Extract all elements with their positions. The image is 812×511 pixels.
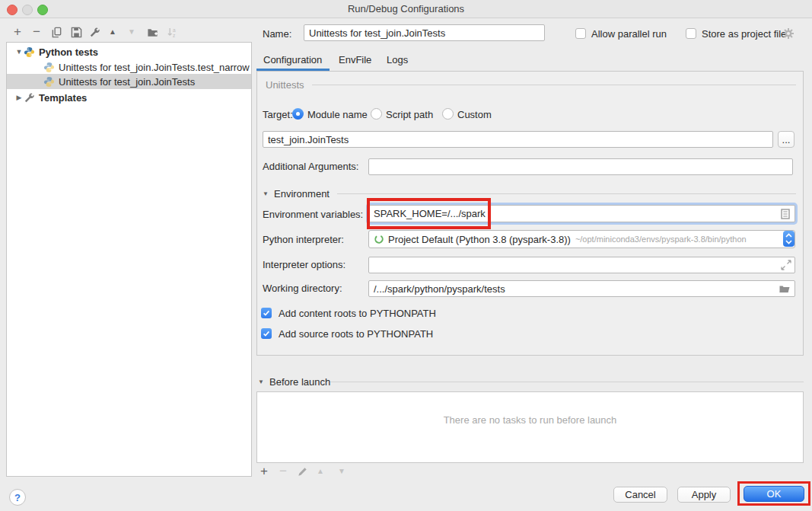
- before-launch-section-title: Before launch: [269, 376, 330, 388]
- add-content-roots-checkbox[interactable]: [261, 308, 272, 318]
- add-icon[interactable]: +: [11, 25, 24, 39]
- environment-section-title: Environment: [274, 188, 330, 200]
- tab-envfile[interactable]: EnvFile: [339, 54, 371, 65]
- interpreter-options-label: Interpreter options:: [263, 259, 345, 270]
- before-launch-task-list: There are no tasks to run before launch: [256, 391, 804, 463]
- store-as-project-file-checkbox[interactable]: [686, 28, 696, 39]
- move-up-icon: ▲: [314, 465, 327, 478]
- remove-icon: −: [276, 465, 290, 478]
- environment-variables-input[interactable]: [368, 205, 795, 222]
- apply-button[interactable]: Apply: [677, 487, 731, 503]
- target-custom-label: Custom: [457, 109, 492, 120]
- additional-arguments-label: Additional Arguments:: [263, 161, 358, 172]
- help-icon[interactable]: ?: [9, 489, 26, 506]
- sort-az-icon: az: [165, 25, 179, 39]
- python-interpreter-path: ~/opt/miniconda3/envs/pyspark-3.8/bin/py…: [575, 235, 747, 244]
- target-module-name-label: Module name: [307, 109, 368, 120]
- edit-templates-icon[interactable]: [88, 25, 101, 39]
- copy-icon[interactable]: [49, 25, 63, 39]
- pencil-icon: [295, 465, 309, 478]
- svg-text:z: z: [172, 32, 174, 37]
- tree-item-jointests-selected[interactable]: Unittests for test_join.JoinTests: [7, 74, 252, 89]
- tree-item-test-narrow[interactable]: Unittests for test_join.JoinTests.test_n…: [7, 59, 252, 75]
- group-divider: [312, 85, 796, 85]
- browse-button[interactable]: ...: [778, 131, 794, 148]
- working-directory-input[interactable]: [368, 280, 795, 297]
- store-as-project-file-label: Store as project file: [702, 28, 786, 40]
- stepper-icon[interactable]: [783, 231, 794, 247]
- before-launch-empty-message: There are no tasks to run before launch: [257, 414, 803, 426]
- python-interpreter-label: Python interpreter:: [263, 234, 344, 245]
- add-source-roots-label: Add source roots to PYTHONPATH: [279, 328, 433, 340]
- cancel-button[interactable]: Cancel: [613, 487, 667, 503]
- tree-item-label: Templates: [39, 92, 87, 104]
- add-content-roots-label: Add content roots to PYTHONPATH: [279, 308, 436, 319]
- name-input[interactable]: [304, 24, 545, 41]
- before-launch-divider: [330, 382, 804, 382]
- expand-icon[interactable]: [780, 259, 792, 271]
- tree-item-templates[interactable]: ▶ Templates: [7, 90, 251, 105]
- python-interpreter-value: Project Default (Python 3.8 (pyspark-3.8…: [388, 234, 571, 245]
- gear-icon[interactable]: [782, 27, 794, 40]
- remove-icon[interactable]: −: [30, 25, 43, 39]
- chevron-down-icon[interactable]: ▼: [263, 190, 269, 197]
- tree-item-label: Python tests: [39, 46, 98, 58]
- wrench-icon: [24, 92, 35, 104]
- allow-parallel-run-checkbox[interactable]: [575, 28, 586, 39]
- titlebar: Run/Debug Configurations: [0, 0, 812, 18]
- svg-text:a: a: [172, 27, 175, 32]
- environment-divider: [337, 193, 796, 194]
- conda-ring-icon: [374, 234, 384, 244]
- chevron-right-icon[interactable]: ▶: [14, 94, 24, 101]
- tree-item-label: Unittests for test_join.JoinTests: [59, 76, 195, 88]
- add-icon[interactable]: +: [257, 465, 271, 478]
- tab-logs[interactable]: Logs: [387, 54, 408, 65]
- move-down-icon: ▼: [335, 465, 349, 478]
- environment-variables-label: Environment variables:: [263, 209, 363, 220]
- chevron-down-icon[interactable]: ▼: [258, 378, 264, 385]
- python-icon: [43, 76, 55, 88]
- target-script-path-radio[interactable]: [371, 108, 382, 120]
- python-interpreter-select[interactable]: Project Default (Python 3.8 (pyspark-3.8…: [368, 230, 795, 248]
- name-label: Name:: [263, 28, 291, 40]
- move-down-icon: ▼: [125, 25, 139, 39]
- tab-configuration[interactable]: Configuration: [263, 54, 322, 65]
- working-directory-label: Working directory:: [263, 283, 342, 294]
- window-title: Run/Debug Configurations: [0, 3, 812, 14]
- target-input[interactable]: [263, 131, 773, 148]
- run-debug-configurations-dialog: Run/Debug Configurations + − ▲ ▼ az ▼ Py…: [0, 0, 812, 511]
- python-icon: [43, 62, 55, 73]
- additional-arguments-input[interactable]: [368, 158, 793, 175]
- target-module-name-radio[interactable]: [292, 108, 304, 120]
- chevron-down-icon[interactable]: ▼: [14, 48, 24, 56]
- list-icon[interactable]: [779, 208, 791, 220]
- save-icon[interactable]: [69, 25, 83, 39]
- tree-item-label: Unittests for test_join.JoinTests.test_n…: [59, 62, 250, 73]
- allow-parallel-run-label: Allow parallel run: [591, 28, 667, 40]
- configurations-tree: ▼ Python tests Unittests for test_join.J…: [6, 42, 252, 477]
- target-label: Target:: [263, 109, 293, 120]
- add-source-roots-checkbox[interactable]: [261, 328, 272, 339]
- tree-item-python-tests[interactable]: ▼ Python tests: [7, 44, 251, 59]
- python-icon: [24, 46, 35, 58]
- interpreter-options-input[interactable]: [368, 257, 795, 273]
- folder-icon[interactable]: [779, 283, 791, 295]
- target-custom-radio[interactable]: [442, 108, 454, 120]
- unittests-group-title: Unittests: [266, 79, 304, 91]
- move-up-icon[interactable]: ▲: [106, 25, 119, 39]
- ok-button[interactable]: OK: [744, 486, 804, 502]
- target-script-path-label: Script path: [386, 109, 433, 120]
- new-folder-icon[interactable]: [145, 25, 159, 39]
